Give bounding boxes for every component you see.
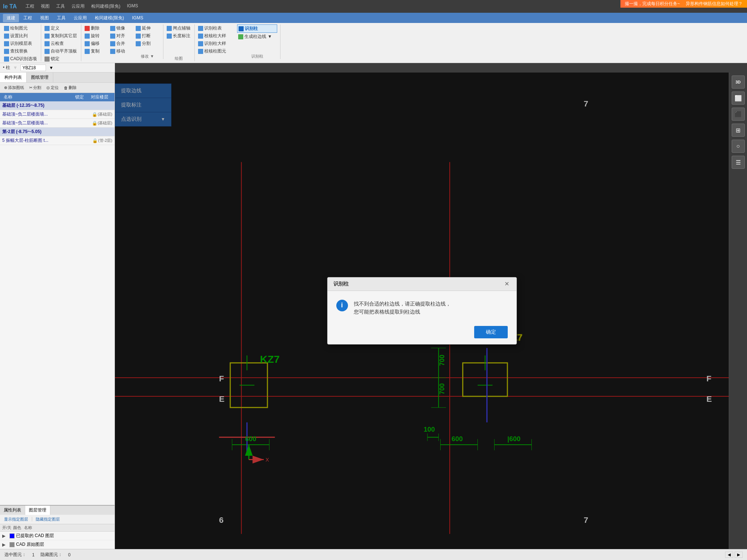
right-tool-3d[interactable]: 3D: [732, 75, 745, 89]
right-tool-expand[interactable]: ⊞: [732, 124, 745, 137]
dialog-overlay: 识别柱 ✕ i 找不到合适的柱边线，请正确提取柱边线， 您可能把表格线提取到柱边…: [115, 73, 729, 549]
dialog-message-line2: 您可能把表格线提取到柱边线: [354, 308, 451, 316]
identify-layer-btn[interactable]: 识别模层表: [3, 40, 38, 47]
ribbon-tab-5[interactable]: 检同建模(限免): [91, 14, 128, 22]
nav-item-0[interactable]: 工程: [23, 2, 37, 11]
status-btn-1[interactable]: ◀: [725, 552, 733, 558]
merge-btn[interactable]: 合并: [109, 40, 135, 47]
list-item-2[interactable]: 基础顶~负二层楼面墙... 🔒 (基础层): [0, 119, 115, 128]
sidebar-tab-component-list[interactable]: 构件列表: [0, 73, 27, 82]
define-btn[interactable]: 定义: [43, 24, 78, 32]
list-item-1[interactable]: 基础顶~负二层楼面墙... 🔒 (基础层): [0, 110, 115, 119]
cloud-check-btn[interactable]: 云检查: [43, 40, 78, 47]
identify-col-detail-btn[interactable]: 识别柱大样: [197, 40, 237, 47]
dialog-title: 识别柱: [333, 281, 349, 287]
dialog-message-line1: 找不到合适的柱边线，请正确提取柱边线，: [354, 300, 451, 308]
gate-axis-btn[interactable]: 闸点辅轴: [166, 24, 191, 32]
nav-item-4[interactable]: 检同建模(限免): [88, 2, 123, 11]
length-mark-btn[interactable]: 长度标注: [166, 32, 191, 40]
layer-row-1[interactable]: ▶ CAD 原始图层: [0, 540, 115, 549]
offset-btn[interactable]: 偏移: [84, 40, 109, 47]
find-replace-btn[interactable]: 查找替换: [3, 47, 38, 55]
lock-icon-4: 🔒: [92, 138, 98, 143]
ribbon-tab-1[interactable]: 工程: [20, 14, 36, 22]
layer-row-0[interactable]: ▶ 已提取的 CAD 图层: [0, 532, 115, 540]
list-item-4[interactable]: 5 振幅大层-柱筋断图 t... 🔒 (管-2层): [0, 136, 115, 145]
list-item-group-0[interactable]: 基础层 (-12.35~-8.75): [0, 101, 115, 110]
toolbar-group-common: 定义 复制到其它层 云检查 自动平齐顶板 锁定: [43, 24, 81, 61]
rotate-btn[interactable]: 旋转: [84, 32, 109, 40]
hide-layer-btn[interactable]: 隐藏指定图层: [34, 516, 62, 523]
break-btn[interactable]: 打断: [135, 32, 160, 40]
type-label: • 柱: [3, 65, 10, 71]
ribbon-tab-3[interactable]: 工具: [53, 14, 69, 22]
dialog-close-button[interactable]: ✕: [503, 280, 511, 288]
promo-item-2[interactable]: 异形构件钢筋信息如何处理？: [686, 1, 743, 7]
nav-item-1[interactable]: 视图: [38, 2, 53, 11]
right-tool-frame[interactable]: ⬛: [732, 108, 745, 121]
dialog-ok-button[interactable]: 确定: [474, 326, 508, 338]
app-logo: Ie TA: [3, 3, 17, 10]
ribbon-tab-6[interactable]: IGMS: [128, 14, 147, 22]
ribbon-tab-4[interactable]: 云应用: [70, 14, 90, 22]
identify-col-table-btn[interactable]: 识别柱表: [197, 24, 237, 32]
list-item-group-3[interactable]: 第-2层 (-8.75~-5.05): [0, 128, 115, 136]
delete-btn[interactable]: 删除: [84, 24, 109, 32]
identify-col-main-btn[interactable]: 识别柱: [237, 24, 277, 33]
setup-elements-btn[interactable]: 绘制图元: [3, 24, 38, 32]
set-scale-btn[interactable]: 设置比列: [3, 32, 38, 40]
top-nav-items: 工程 视图 工具 云应用 检同建模(限免) IGMS: [23, 2, 141, 11]
nav-item-5[interactable]: IGMS: [124, 2, 141, 11]
type-value-input[interactable]: [20, 65, 46, 71]
nav-item-2[interactable]: 工具: [53, 2, 68, 11]
identify-column-dialog: 识别柱 ✕ i 找不到合适的柱边线，请正确提取柱边线， 您可能把表格线提取到柱边…: [327, 277, 517, 345]
type-dropdown-icon[interactable]: ▼: [49, 65, 53, 70]
right-tool-list[interactable]: ☰: [732, 156, 745, 169]
locate-btn[interactable]: ◎ 定位: [44, 84, 61, 91]
promo-item-1[interactable]: 撮一撮，完成每日积分任务~: [625, 1, 680, 7]
delete-drawing-btn[interactable]: 🗑 删除: [62, 84, 78, 91]
nav-item-3[interactable]: 云应用: [69, 2, 88, 11]
status-bar: 选中图元： 1 隐藏图元： 0 ◀ ▶: [0, 549, 747, 560]
split-btn[interactable]: ✂ 分割: [27, 84, 43, 91]
dialog-title-bar: 识别柱 ✕: [328, 277, 516, 291]
gen-col-border-btn[interactable]: 生成柱边线 ▼: [237, 33, 277, 40]
sidebar-tab-drawing-management[interactable]: 图纸管理: [27, 73, 53, 82]
cad-identify-options-btn[interactable]: CAD识别选项: [3, 55, 38, 63]
delete-icon: 🗑: [64, 86, 68, 90]
mirror-btn[interactable]: 镜像: [109, 24, 135, 32]
toolbar-group-setup: 绘制图元 设置比列 识别模层表 查找替换 CAD识别选项: [3, 24, 41, 61]
copy-btn[interactable]: 复制: [84, 47, 109, 55]
lock-icon-2: 🔒: [92, 121, 97, 126]
status-btn-2[interactable]: ▶: [735, 552, 743, 558]
selected-count-label: 选中图元：: [4, 552, 26, 558]
ribbon-tab-0[interactable]: 速建: [3, 14, 19, 22]
toolbar-group-draw: 闸点辅轴 长度标注 绘图: [166, 24, 195, 61]
right-sidebar: 3D ⬜ ⬛ ⊞ ○ ☰: [729, 73, 747, 549]
promo-bar: 撮一撮，完成每日积分任务~ 异形构件钢筋信息如何处理？: [620, 0, 747, 8]
move-btn[interactable]: 移动: [109, 47, 135, 55]
layer-tab-management[interactable]: 图层管理: [25, 506, 50, 515]
lock-btn[interactable]: 锁定: [43, 55, 78, 63]
extend-btn[interactable]: 延伸: [135, 24, 160, 32]
sidebar-tabs: 构件列表 图纸管理: [0, 73, 115, 83]
cad-drawing-area[interactable]: KZ7 KZ7 700 700 600 600 |600 100 7 7 6 F…: [115, 73, 729, 549]
copy-to-layer-btn[interactable]: 复制到其它层: [43, 32, 78, 40]
lock-icon-1: 🔒: [92, 112, 97, 117]
layer-tab-properties[interactable]: 属性列表: [0, 506, 25, 515]
check-col-element-btn[interactable]: 校核柱图元: [197, 47, 237, 55]
add-drawing-btn[interactable]: ⊕ 添加图纸: [2, 84, 26, 91]
split-btn[interactable]: 分割: [135, 40, 160, 47]
show-layer-btn[interactable]: 显示指定图层: [2, 516, 30, 523]
align-btn[interactable]: 对齐: [109, 32, 135, 40]
locate-icon: ◎: [46, 85, 50, 90]
layer-color-0: [9, 533, 15, 538]
selected-count: 1: [32, 552, 35, 557]
right-tool-sphere[interactable]: ○: [732, 140, 745, 153]
dialog-info-icon: i: [336, 300, 348, 311]
check-col-detail-btn[interactable]: 校核柱大样: [197, 32, 237, 40]
auto-align-btn[interactable]: 自动平齐顶板: [43, 47, 78, 55]
ribbon-tab-2[interactable]: 视图: [36, 14, 53, 22]
right-tool-cube[interactable]: ⬜: [732, 92, 745, 105]
sidebar-toolbar: ⊕ 添加图纸 ✂ 分割 ◎ 定位 🗑 删除: [0, 83, 115, 93]
